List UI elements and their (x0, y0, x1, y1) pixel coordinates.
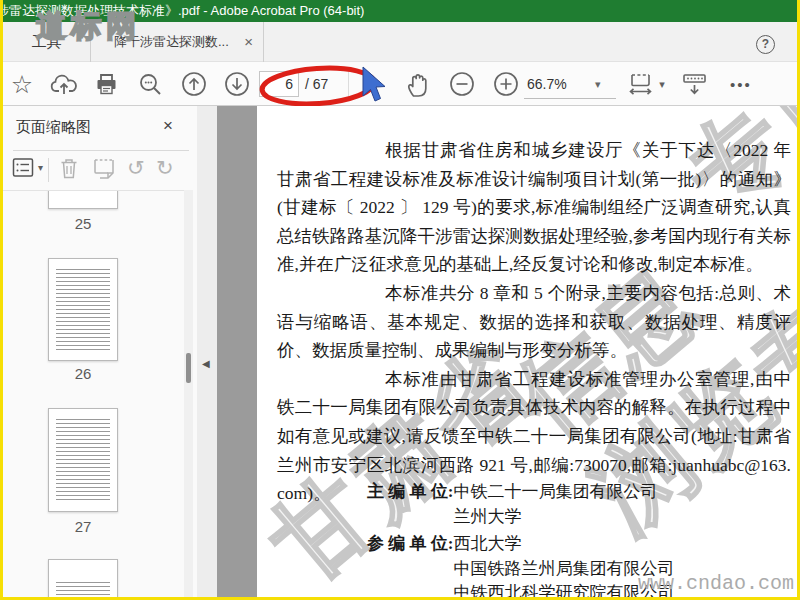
page-number-input[interactable]: 6 (259, 71, 299, 97)
pdf-page[interactable]: 甘肃省 信息 浏览专用 专用 根据甘肃省住房和城乡建设厅《关于下达〈2022 年… (257, 106, 797, 597)
arrow-up-circle-icon (181, 71, 207, 97)
print-button[interactable] (91, 62, 121, 106)
zoom-level-value[interactable]: 66.7% (527, 71, 567, 97)
toolbar-separator (348, 71, 349, 97)
resize-pages-button[interactable] (91, 156, 117, 181)
window-titlebar[interactable]: 涉雷达探测数据处理技术标准》.pdf - Adobe Acrobat Pro (… (3, 0, 797, 22)
help-icon[interactable]: ? (756, 35, 775, 54)
next-page-button[interactable] (222, 62, 252, 106)
star-icon: ☆ (11, 70, 33, 99)
tab-document-label: 降干涉雷达探测数... (114, 34, 229, 49)
panel-title: 页面缩略图 (16, 118, 91, 137)
search-button[interactable] (135, 62, 165, 106)
document-background: 甘肃省 信息 浏览专用 专用 根据甘肃省住房和城乡建设厅《关于下达〈2022 年… (217, 106, 797, 597)
options-list-icon (11, 156, 35, 179)
trash-icon (58, 156, 80, 181)
thumbnail-options-button[interactable]: ▾ (11, 156, 43, 179)
panel-toolbar-separator (48, 158, 49, 182)
favorite-star-button[interactable]: ☆ (8, 62, 36, 106)
credit-label: 主 编 单 位: (367, 480, 453, 529)
main-toolbar: ☆ (3, 62, 797, 106)
credit-org: 兰州大学 (453, 505, 657, 530)
delete-page-button[interactable] (58, 156, 80, 181)
tab-tools[interactable]: 工具 (3, 22, 91, 62)
plus-circle-icon (493, 71, 519, 97)
rotate-cw-button[interactable]: ↻ (156, 156, 174, 180)
share-upload-button[interactable] (49, 62, 79, 106)
rotate-ccw-icon: ↺ (127, 156, 145, 180)
chief-editor-row: 主 编 单 位: 中铁二十一局集团有限公司 兰州大学 (367, 480, 674, 529)
minus-circle-icon (449, 71, 475, 97)
thumbnail-page-26[interactable] (48, 258, 118, 361)
page-total-label: / 67 (305, 71, 328, 97)
hide-toolbar-icon (681, 72, 708, 97)
hide-toolbar-button[interactable] (678, 62, 710, 106)
thumbnail-label: 25 (48, 215, 118, 232)
rotate-ccw-button[interactable]: ↺ (127, 156, 145, 180)
scrollbar-thumb[interactable] (186, 353, 191, 383)
thumbnail-content (56, 582, 110, 597)
credit-org: 中铁西北科学研究院有限公司 (453, 581, 674, 597)
thumbnail-label: 26 (48, 365, 118, 382)
thumbnail-scrollbar[interactable] (184, 190, 193, 597)
rotate-cw-icon: ↻ (156, 156, 174, 180)
credits-block: 主 编 单 位: 中铁二十一局集团有限公司 兰州大学 参 编 单 位: 西北大学… (367, 480, 674, 597)
thumbnail-content (56, 269, 110, 351)
hand-icon (404, 71, 430, 98)
zoom-out-button[interactable] (447, 62, 477, 106)
thumbnail-page-28[interactable] (48, 559, 118, 597)
fit-width-button[interactable] (625, 62, 655, 106)
previous-page-button[interactable] (179, 62, 209, 106)
page-thumbnails-panel: 页面缩略图 × ▾ (3, 106, 197, 597)
thumbnail-page-25[interactable] (48, 190, 118, 209)
printer-icon (94, 72, 119, 96)
participating-editor-row: 参 编 单 位: 西北大学 中国铁路兰州局集团有限公司 中铁西北科学研究院有限公… (367, 532, 674, 597)
thumbnail-page-27[interactable] (48, 408, 118, 512)
credit-org: 中国铁路兰州局集团有限公司 (453, 557, 674, 582)
acrobat-window: 涉雷达探测数据处理技术标准》.pdf - Adobe Acrobat Pro (… (3, 0, 797, 597)
credit-org: 中铁二十一局集团有限公司 (453, 480, 657, 505)
paragraph: 本标准共分 8 章和 5 个附录,主要内容包括:总则、术语与缩略语、基本规定、数… (277, 279, 791, 365)
zoom-input-underline (524, 98, 616, 99)
chevron-down-icon[interactable]: ▾ (595, 71, 601, 97)
chevron-down-icon: ▾ (38, 162, 43, 173)
credit-org: 西北大学 (453, 532, 674, 557)
tab-document[interactable]: 降干涉雷达探测数... × (92, 22, 264, 62)
document-text: 根据甘肃省住房和城乡建设厅《关于下达〈2022 年甘肃省工程建设标准及标准设计编… (277, 136, 791, 508)
credit-label: 参 编 单 位: (367, 532, 453, 597)
search-icon (138, 72, 163, 97)
chevron-down-icon: ▾ (659, 78, 665, 91)
app-body: 页面缩略图 × ▾ (3, 106, 797, 597)
hand-tool-button[interactable] (401, 62, 433, 106)
tab-bar: 工具 降干涉雷达探测数... × ? (3, 22, 797, 62)
thumbnail-list: 25 26 27 (3, 190, 185, 597)
close-icon[interactable]: × (244, 22, 253, 62)
thumbnail-label: 27 (48, 518, 118, 535)
window-title: 涉雷达探测数据处理技术标准》.pdf - Adobe Acrobat Pro (… (3, 0, 364, 22)
more-tools-button[interactable]: ••• (721, 62, 761, 106)
thumbnail-content (56, 419, 110, 502)
fit-width-icon (627, 72, 654, 96)
panel-collapse-gutter[interactable]: ◀ (197, 106, 217, 597)
paragraph: 根据甘肃省住房和城乡建设厅《关于下达〈2022 年甘肃省工程建设标准及标准设计编… (277, 136, 791, 279)
zoom-in-button[interactable] (491, 62, 521, 106)
arrow-down-circle-icon (224, 71, 250, 97)
close-icon[interactable]: × (163, 116, 173, 136)
screenshot-root: 道标网 涉雷达探测数据处理技术标准》.pdf - Adobe Acrobat P… (0, 0, 800, 600)
mouse-cursor (361, 66, 389, 104)
crop-pages-icon (91, 156, 117, 181)
fit-width-menu-caret[interactable]: ▾ (655, 62, 669, 106)
panel-divider (13, 150, 189, 151)
collapse-panel-icon[interactable]: ◀ (202, 358, 210, 369)
cloud-upload-icon (50, 72, 78, 97)
ellipsis-icon: ••• (730, 76, 752, 93)
